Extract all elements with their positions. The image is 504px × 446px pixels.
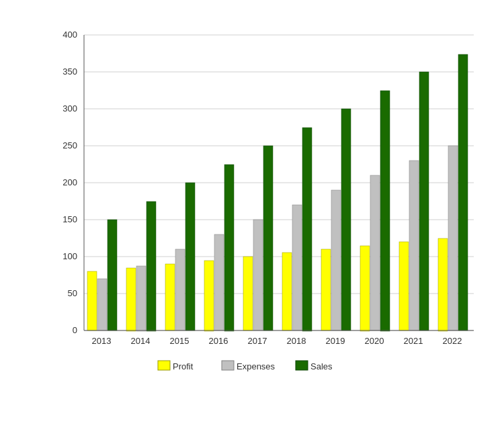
bar-expenses-2013 xyxy=(97,279,107,330)
y-label-50: 50 xyxy=(68,288,77,298)
bar-profit-2016 xyxy=(204,261,214,331)
bar-expenses-2014 xyxy=(136,266,146,331)
y-label-200: 200 xyxy=(62,177,77,187)
chart-area: .axis-label { font-family: Arial, sans-s… xyxy=(50,21,480,384)
y-label-100: 100 xyxy=(62,251,77,261)
x-label-2018: 2018 xyxy=(287,336,306,346)
bar-profit-2014 xyxy=(126,268,136,331)
x-label-2014: 2014 xyxy=(131,336,151,346)
x-label-2015: 2015 xyxy=(170,336,190,346)
legend-swatch-sales xyxy=(296,361,308,370)
x-label-2020: 2020 xyxy=(365,336,384,346)
y-label-400: 400 xyxy=(62,30,77,40)
bar-expenses-2017 xyxy=(253,220,263,330)
x-label-2016: 2016 xyxy=(209,336,228,346)
y-label-150: 150 xyxy=(62,214,77,224)
x-label-2017: 2017 xyxy=(248,336,267,346)
bar-sales-2018 xyxy=(302,128,312,331)
legend-swatch-expenses xyxy=(222,361,234,370)
bar-expenses-2020 xyxy=(370,175,380,330)
bar-profit-2021 xyxy=(399,242,409,330)
legend-label-profit: Profit xyxy=(173,361,194,371)
chart-svg: .axis-label { font-family: Arial, sans-s… xyxy=(50,21,480,384)
bar-sales-2014 xyxy=(146,202,156,331)
bar-sales-2020 xyxy=(380,91,390,331)
legend-swatch-profit xyxy=(158,361,170,370)
bar-sales-2019 xyxy=(341,109,351,330)
y-label-0: 0 xyxy=(73,325,77,335)
bar-profit-2020 xyxy=(360,246,370,331)
y-label-300: 300 xyxy=(62,103,77,114)
bar-sales-2021 xyxy=(419,72,429,330)
chart-container: .axis-label { font-family: Arial, sans-s… xyxy=(10,8,494,438)
bar-sales-2022 xyxy=(458,54,468,330)
bar-profit-2013 xyxy=(87,271,97,330)
y-label-350: 350 xyxy=(62,66,77,77)
x-label-2019: 2019 xyxy=(326,336,345,346)
bar-sales-2015 xyxy=(185,183,195,330)
bar-expenses-2018 xyxy=(292,205,302,330)
y-label-250: 250 xyxy=(62,140,77,150)
bar-sales-2017 xyxy=(263,146,273,330)
bar-profit-2018 xyxy=(282,253,292,330)
bar-profit-2017 xyxy=(243,257,253,330)
bar-expenses-2016 xyxy=(214,234,224,330)
bar-expenses-2021 xyxy=(409,161,419,330)
x-label-2013: 2013 xyxy=(92,336,112,346)
bar-profit-2015 xyxy=(165,264,175,330)
bar-profit-2022 xyxy=(438,238,448,331)
bar-sales-2013 xyxy=(108,220,117,330)
x-label-2022: 2022 xyxy=(443,336,462,346)
legend-label-sales: Sales xyxy=(310,361,333,371)
legend-label-expenses: Expenses xyxy=(237,361,276,371)
bar-expenses-2022 xyxy=(448,146,458,330)
bar-sales-2016 xyxy=(224,165,234,331)
bar-expenses-2015 xyxy=(175,249,185,330)
bar-expenses-2019 xyxy=(331,190,341,330)
bar-profit-2019 xyxy=(321,249,331,330)
x-label-2021: 2021 xyxy=(404,336,423,346)
